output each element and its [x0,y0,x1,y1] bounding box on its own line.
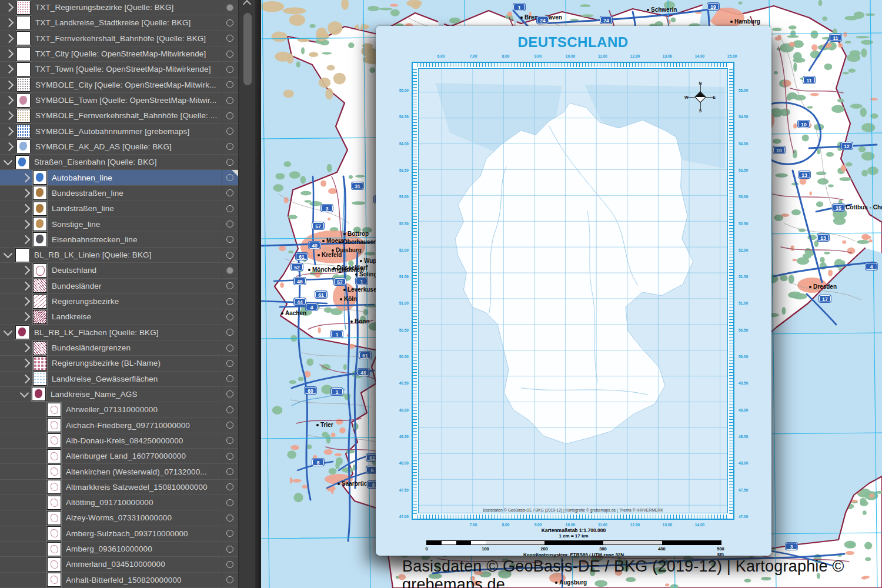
chevron-down-icon[interactable] [4,326,13,336]
chevron-down-icon[interactable] [20,389,29,398]
layer-thumbnail[interactable] [47,480,61,494]
chevron-right-icon[interactable] [5,80,14,89]
layer-label[interactable]: Alb-Donau-Kreis_084250000000 [66,436,183,445]
layer-thumbnail[interactable] [33,341,47,355]
chevron-right-icon[interactable] [21,312,31,322]
layer-label[interactable]: TXT_Regierungsbezirke [Quelle: BKG] [35,3,173,12]
target-circle-icon[interactable] [226,220,233,228]
chevron-right-icon[interactable] [21,219,31,229]
target-circle-icon[interactable] [226,236,233,243]
layer-label[interactable]: TXT_Landkreise_Stadtkreise [Quelle: BKG] [35,18,191,27]
layer-thumbnail[interactable] [47,526,61,540]
layer-label[interactable]: Amberg-Sulzbach_093710000000 [66,529,188,538]
layer-label[interactable]: Alzey-Worms_073310000000 [66,513,172,522]
chevron-right-icon[interactable] [5,3,14,12]
layer-thumbnail[interactable] [33,295,47,309]
layer-row-36[interactable]: Amberg_093610000000 [0,542,239,557]
layer-row-8[interactable]: SYMBOLE_Fernverkehrshalt_Bahnhöfe [Quell… [0,108,239,123]
layer-label[interactable]: Ammerland_034510000000 [66,560,165,569]
chevron-right-icon[interactable] [5,65,14,74]
layer-thumbnail[interactable] [33,171,47,185]
layer-thumbnail[interactable] [16,139,31,153]
target-circle-icon[interactable] [226,66,233,73]
layer-row-34[interactable]: Alzey-Worms_073310000000 [0,510,239,526]
target-circle-icon[interactable] [226,375,233,382]
target-circle-icon[interactable] [226,453,233,460]
layer-row-4[interactable]: TXT_City [Quelle: OpenStreetMap-Mitwirke… [0,46,239,62]
layer-label[interactable]: Deutschland [52,266,96,275]
target-circle-icon[interactable] [226,546,233,553]
target-circle-icon[interactable] [226,51,233,58]
layer-row-2[interactable]: TXT_Landkreise_Stadtkreise [Quelle: BKG] [0,15,239,31]
layer-label[interactable]: Ahrweiler_071310000000 [66,405,158,414]
layer-row-15[interactable]: Sonstige_line [0,216,239,232]
layer-label[interactable]: Landkreise_Name_AGS [51,390,137,399]
layer-row-11[interactable]: Straßen_Eisenbahn [Quelle: BKG] [0,155,239,170]
layer-row-26[interactable]: Landkreise_Name_AGS [0,387,239,402]
layer-row-1[interactable]: TXT_Regierungsbezirke [Quelle: BKG] [0,0,239,15]
target-circle-icon[interactable] [226,282,233,289]
layer-thumbnail[interactable] [16,62,31,76]
target-circle-icon[interactable] [226,390,233,397]
layer-label[interactable]: SYMBOLE_AK_AD_AS [Quelle: BKG] [35,142,172,151]
layer-row-3[interactable]: TXT_Fernverkehrshalt_Bahnhöfe [Quelle: B… [0,31,239,46]
layer-row-35[interactable]: Amberg-Sulzbach_093710000000 [0,526,239,542]
layer-thumbnail[interactable] [15,325,29,339]
scrollbar-thumb[interactable] [243,13,252,85]
chevron-right-icon[interactable] [5,111,14,121]
layer-row-20[interactable]: Regierungsbezirke [0,294,239,309]
map-canvas[interactable]: BremerhavenHamburgSchwerinBerlinCottbus … [261,0,882,588]
layer-row-22[interactable]: BL_RB_LK_Flächen [Quelle: BKG] [0,325,239,340]
layer-thumbnail[interactable] [16,47,31,61]
chevron-right-icon[interactable] [21,189,31,198]
layer-row-37[interactable]: Ammerland_034510000000 [0,557,239,572]
layer-row-16[interactable]: Eisenbahnstrecken_line [0,232,239,248]
layer-thumbnail[interactable] [32,387,46,401]
chevron-right-icon[interactable] [5,49,14,59]
layer-label[interactable]: Anhalt-Bitterfeld_150820000000 [66,576,182,584]
layer-thumbnail[interactable] [47,496,61,510]
layer-label[interactable]: Bundesstraßen_line [52,189,123,198]
layer-thumbnail[interactable] [33,372,47,386]
layer-row-14[interactable]: Landstraßen_line [0,201,239,216]
layer-row-9[interactable]: SYMBOLE_Autobahnnummer [grebemaps] [0,124,239,139]
target-circle-icon[interactable] [226,267,233,274]
chevron-right-icon[interactable] [21,173,31,182]
layer-thumbnail[interactable] [15,248,29,262]
map-page[interactable]: DEUTSCHLAND N E S W 6.007.008.009.0010.0… [376,26,771,556]
layer-thumbnail[interactable] [47,433,61,447]
layer-thumbnail[interactable] [33,279,47,293]
target-circle-icon[interactable] [226,499,233,506]
layer-thumbnail[interactable] [47,557,61,572]
layer-row-29[interactable]: Alb-Donau-Kreis_084250000000 [0,433,239,449]
layer-row-33[interactable]: Altötting_091710000000 [0,495,239,510]
target-circle-icon[interactable] [226,561,233,568]
layer-label[interactable]: Straßen_Eisenbahn [Quelle: BKG] [34,158,157,166]
layer-thumbnail[interactable] [47,449,61,463]
layer-label[interactable]: Bundesländergrenzen [52,343,131,352]
layer-thumbnail[interactable] [16,1,31,15]
layer-thumbnail[interactable] [16,78,31,92]
layer-thumbnail[interactable] [15,155,29,169]
layer-label[interactable]: TXT_Fernverkehrshalt_Bahnhöfe [Quelle: B… [35,34,206,43]
target-circle-icon[interactable] [226,514,233,522]
layer-label[interactable]: Amberg_093610000000 [66,544,152,553]
target-circle-icon[interactable] [226,437,233,444]
layer-label[interactable]: Landkreise_Gewässerflächen [52,375,158,383]
target-circle-icon[interactable] [226,468,233,475]
target-circle-icon[interactable] [226,360,233,367]
layer-label[interactable]: Altenburger Land_160770000000 [66,452,186,460]
chevron-down-icon[interactable] [4,249,13,259]
target-circle-icon[interactable] [226,345,233,352]
target-circle-icon[interactable] [226,530,233,537]
layer-label[interactable]: Sonstige_line [52,220,100,229]
target-circle-icon[interactable] [226,19,233,26]
layer-thumbnail[interactable] [16,124,31,138]
target-circle-icon[interactable] [226,81,233,88]
layer-row-23[interactable]: Bundesländergrenzen [0,340,239,356]
scroll-up-icon[interactable] [243,0,251,8]
target-circle-icon[interactable] [226,298,233,305]
layer-row-12[interactable]: Autobahnen_line [0,170,239,185]
layer-row-6[interactable]: SYMBOLE_City [Quelle: OpenStreetMap-Mitw… [0,78,239,93]
target-circle-icon[interactable] [226,159,233,166]
